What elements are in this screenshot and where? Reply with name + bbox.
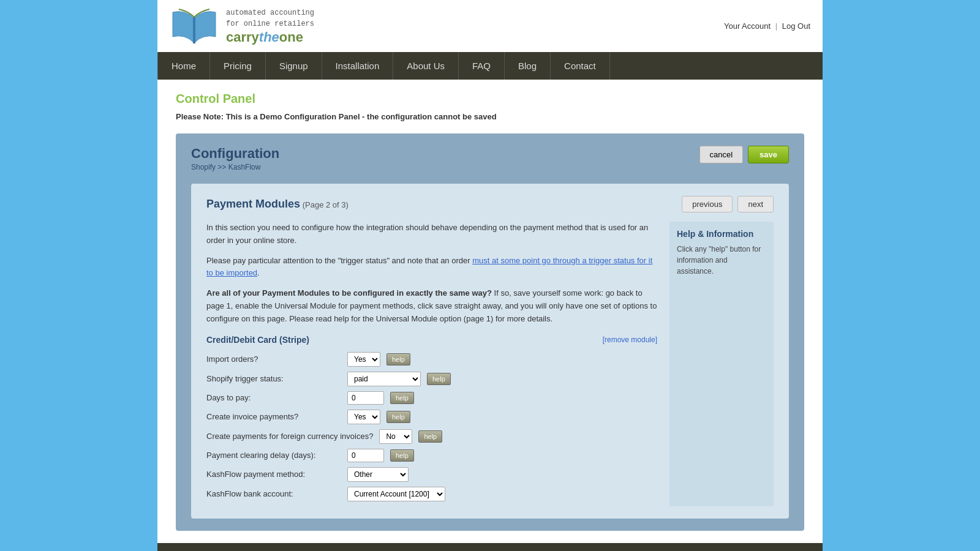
site-header: automated accounting for online retailer… (157, 0, 823, 52)
nav-home[interactable]: Home (157, 52, 210, 80)
main-nav: Home Pricing Signup Installation About U… (157, 52, 823, 80)
svg-rect-0 (193, 17, 195, 43)
description-2: Please pay particular attention to the "… (206, 255, 657, 280)
select-payment-method[interactable]: Other Cash Cheque BACS Credit Card (347, 467, 409, 482)
nav-blog[interactable]: Blog (505, 52, 551, 80)
label-import-orders: Import orders? (206, 354, 341, 364)
page-info: (Page 2 of 3) (303, 200, 349, 209)
nav-signup[interactable]: Signup (266, 52, 322, 80)
label-foreign-currency: Create payments for foreign currency inv… (206, 432, 373, 441)
description-3: Are all of your Payment Modules to be co… (206, 287, 657, 325)
field-create-invoice-payments: Create invoice payments? Yes No help (206, 410, 657, 424)
config-title: Configuration (191, 146, 279, 162)
nav-contact[interactable]: Contact (551, 52, 610, 80)
input-clearing-delay[interactable] (347, 449, 384, 462)
save-button[interactable]: save (748, 146, 789, 163)
select-import-orders[interactable]: Yes No (347, 352, 380, 367)
nav-installation[interactable]: Installation (322, 52, 394, 80)
field-trigger-status: Shopify trigger status: paid pending ful… (206, 372, 657, 386)
field-clearing-delay: Payment clearing delay (days): help (206, 449, 657, 462)
help-panel: Help & Information Click any "help" butt… (669, 222, 774, 506)
main-content: Control Panel Please Note: This is a Dem… (157, 80, 823, 543)
previous-button[interactable]: previous (682, 196, 733, 212)
nav-faq[interactable]: FAQ (459, 52, 505, 80)
field-foreign-currency: Create payments for foreign currency inv… (206, 429, 657, 444)
module-name: Credit/Debit Card (Stripe) (206, 335, 309, 345)
help-foreign-currency[interactable]: help (418, 430, 442, 443)
label-create-invoice-payments: Create invoice payments? (206, 412, 341, 421)
help-panel-title: Help & Information (677, 229, 766, 239)
config-breadcrumb: Shopify >> KashFlow (191, 163, 279, 171)
demo-notice: Please Note: This is a Demo Configuratio… (176, 112, 804, 121)
payment-title-group: Payment Modules (Page 2 of 3) (206, 198, 349, 211)
next-button[interactable]: next (737, 196, 774, 212)
two-col-layout: In this section you need to configure ho… (206, 222, 774, 506)
tagline: automated accounting for online retailer… (226, 7, 314, 29)
select-bank-account[interactable]: Current Account [1200] Savings Account [… (347, 487, 445, 501)
site-footer: Copyright 2009-2018 carrytheone. Terms &… (157, 543, 823, 551)
config-header: Configuration Shopify >> KashFlow cancel… (191, 146, 789, 171)
remove-module-link[interactable]: [remove module] (603, 335, 657, 344)
label-trigger-status: Shopify trigger status: (206, 374, 341, 383)
config-buttons: cancel save (699, 146, 790, 163)
cancel-button[interactable]: cancel (699, 146, 744, 163)
select-foreign-currency[interactable]: No Yes (379, 429, 412, 444)
brand-name: carrytheone (226, 29, 314, 45)
help-panel-text: Click any "help" button for information … (677, 244, 766, 277)
config-title-area: Configuration Shopify >> KashFlow (191, 146, 279, 171)
help-days-to-pay[interactable]: help (390, 392, 414, 404)
help-import-orders[interactable]: help (386, 353, 410, 365)
form-area: In this section you need to configure ho… (206, 222, 657, 506)
select-trigger-status[interactable]: paid pending fulfilled refunded (347, 372, 421, 386)
payment-header: Payment Modules (Page 2 of 3) previous n… (206, 196, 774, 212)
config-box: Configuration Shopify >> KashFlow cancel… (176, 133, 804, 531)
module-header: Credit/Debit Card (Stripe) [remove modul… (206, 335, 657, 345)
log-out-link[interactable]: Log Out (782, 21, 810, 31)
select-create-invoice-payments[interactable]: Yes No (347, 410, 380, 424)
input-days-to-pay[interactable] (347, 391, 384, 405)
logo-text: automated accounting for online retailer… (226, 7, 314, 45)
payment-title: Payment Modules (206, 198, 300, 210)
nav-about-us[interactable]: About Us (393, 52, 459, 80)
inner-panel: Payment Modules (Page 2 of 3) previous n… (191, 184, 789, 519)
header-account-links: Your Account | Log Out (724, 21, 810, 31)
label-days-to-pay: Days to pay: (206, 393, 341, 402)
label-bank-account: KashFlow bank account: (206, 489, 341, 498)
book-logo (170, 6, 219, 46)
field-import-orders: Import orders? Yes No help (206, 352, 657, 367)
field-bank-account: KashFlow bank account: Current Account [… (206, 487, 657, 501)
control-panel-title: Control Panel (176, 92, 804, 106)
nav-buttons: previous next (682, 196, 774, 212)
label-payment-method: KashFlow payment method: (206, 470, 341, 479)
help-create-invoice-payments[interactable]: help (386, 411, 410, 423)
nav-pricing[interactable]: Pricing (210, 52, 266, 80)
logo-area: automated accounting for online retailer… (170, 6, 314, 46)
help-clearing-delay[interactable]: help (390, 449, 414, 462)
field-payment-method: KashFlow payment method: Other Cash Cheq… (206, 467, 657, 482)
field-days-to-pay: Days to pay: help (206, 391, 657, 405)
label-clearing-delay: Payment clearing delay (days): (206, 451, 341, 460)
help-trigger-status[interactable]: help (427, 373, 451, 385)
your-account-link[interactable]: Your Account (724, 21, 771, 31)
description-1: In this section you need to configure ho… (206, 222, 657, 247)
